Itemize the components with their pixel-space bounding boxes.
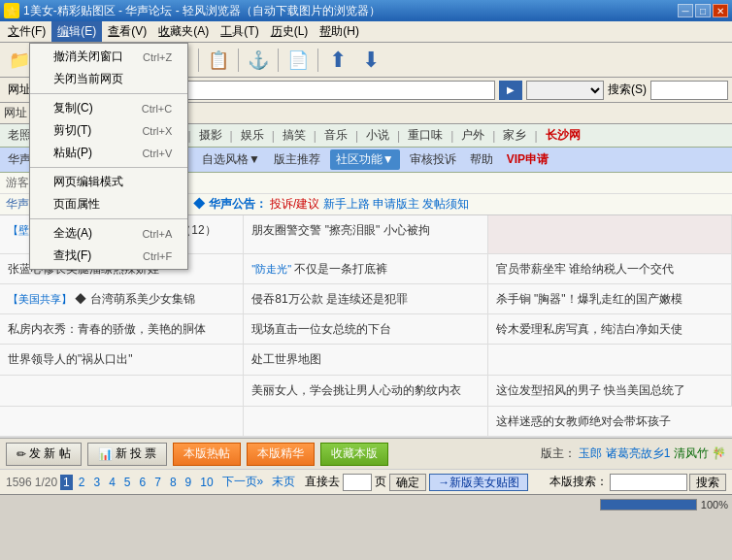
nav-music[interactable]: 音乐 [320, 125, 351, 146]
list-item[interactable]: 侵吞81万公款 是连续还是犯罪 [244, 284, 487, 314]
find-shortcut: Ctrl+F [143, 250, 172, 262]
menu-tools[interactable]: 工具(T) [215, 21, 264, 42]
list-item[interactable]: "防走光" 不仅是一条打底裤 [244, 254, 487, 284]
menu-cut[interactable]: 剪切(T) Ctrl+X [30, 119, 187, 142]
func-vip[interactable]: VIP申请 [503, 150, 552, 169]
list-item[interactable]: 【美国共享】 ◆ 台湾萌系美少女集锦 [0, 284, 244, 314]
file-icon[interactable]: 📄 [283, 46, 314, 75]
jump-page-input[interactable] [343, 474, 372, 491]
list-item[interactable]: 世界领导人的"祸从口出" [0, 345, 244, 376]
func-style[interactable]: 自选风格▼ [198, 150, 264, 169]
ann-complain[interactable]: 投诉/建议 [270, 197, 319, 211]
page-suffix: 页 [375, 474, 386, 490]
menu-undo-close[interactable]: 撤消关闭窗口 Ctrl+Z [30, 46, 187, 68]
nav-hometown[interactable]: 家乡 [499, 125, 530, 146]
menu-page-props[interactable]: 页面属性 [30, 193, 187, 215]
list-item[interactable]: 这位发型招风的男子 快当美国总统了 [488, 376, 732, 407]
page-8[interactable]: 8 [167, 475, 180, 490]
page-next[interactable]: 下一页» [219, 473, 267, 491]
nav-photo[interactable]: 摄影 [195, 125, 226, 146]
nav-changsha[interactable]: 长沙网 [542, 125, 584, 146]
page-7[interactable]: 7 [151, 475, 164, 490]
menu-copy[interactable]: 复制(C) Ctrl+C [30, 97, 187, 119]
search-input[interactable] [650, 81, 728, 100]
list-item[interactable]: 朋友圈警交警 "擦亮泪眼" 小心被拘 [244, 215, 487, 254]
list-item[interactable]: 现场直击一位女总统的下台 [244, 314, 487, 345]
collect-button[interactable]: 收藏本版 [320, 443, 388, 466]
menu-help[interactable]: 帮助(H) [314, 21, 365, 42]
bottom-search-input[interactable] [610, 474, 687, 491]
menu-close-tab[interactable]: 关闭当前网页 [30, 68, 187, 90]
bottom-search-button[interactable]: 搜索 [689, 474, 726, 491]
new-post-button[interactable]: ✏ 发 新 帖 [6, 443, 82, 466]
list-item[interactable]: 杀手锏 "胸器"！爆乳走红的国产嫩模 [488, 284, 732, 314]
find-label: 查找(F) [53, 247, 91, 264]
menu-paste[interactable]: 粘贴(P) Ctrl+V [30, 142, 187, 164]
copy-icon[interactable]: 📋 [203, 46, 234, 75]
page-10[interactable]: 10 [197, 475, 216, 490]
admin-label: 版主： [541, 446, 576, 460]
func-help[interactable]: 帮助 [466, 150, 497, 169]
close-button[interactable]: ✕ [713, 4, 728, 17]
page-6[interactable]: 6 [137, 475, 150, 490]
nav-entertainment[interactable]: 娱乐 [237, 125, 268, 146]
copy-label: 复制(C) [53, 100, 93, 116]
new-vote-button[interactable]: 📊 新 投 票 [87, 443, 168, 466]
down-arrow-btn[interactable]: ⬇ [355, 46, 386, 75]
menu-edit[interactable]: 编辑(E) [51, 21, 102, 42]
hot-posts-button[interactable]: 本版热帖 [173, 443, 241, 466]
ann-newuser[interactable]: 新手上路 [323, 197, 370, 211]
func-recommend[interactable]: 版主推荐 [270, 150, 324, 169]
page-confirm-button[interactable]: 确定 [389, 474, 426, 491]
list-item[interactable] [488, 215, 732, 254]
menu-edit-mode[interactable]: 网页编辑模式 [30, 171, 187, 193]
address-dropdown[interactable] [526, 81, 604, 100]
menu-select-all[interactable]: 全选(A) Ctrl+A [30, 222, 187, 245]
page-last[interactable]: 末页 [269, 473, 298, 491]
anchor-icon[interactable]: ⚓ [243, 46, 274, 75]
nav-heavy[interactable]: 重口味 [404, 125, 447, 146]
page-4[interactable]: 4 [106, 475, 118, 490]
elite-posts-button[interactable]: 本版精华 [247, 443, 315, 466]
admin-3[interactable]: 清风竹 [674, 446, 709, 460]
admin-2[interactable]: 诸葛亮故乡1 [606, 446, 671, 460]
nav-novel[interactable]: 小说 [362, 125, 393, 146]
nav-outdoor[interactable]: 户外 [457, 125, 488, 146]
menu-find[interactable]: 查找(F) Ctrl+F [30, 245, 187, 267]
bottom-bar: ✏ 发 新 帖 📊 新 投 票 本版热帖 本版精华 收藏本版 版主： 玉郎 诸葛… [0, 438, 732, 469]
list-item[interactable]: 私房内衣秀：青春的骄傲，美艳的胴体 [0, 314, 244, 345]
up-arrow-btn[interactable]: ⬆ [322, 46, 353, 75]
page-9[interactable]: 9 [183, 475, 195, 490]
progress-text: 100% [701, 499, 728, 511]
page-5[interactable]: 5 [121, 475, 134, 490]
list-item [0, 407, 244, 437]
page-1[interactable]: 1 [60, 475, 73, 490]
menu-history[interactable]: 历史(L) [265, 21, 315, 42]
post-title: 铃木爱理私房写真，纯洁白净如天使 [496, 322, 682, 336]
post-title: 杀手锏 "胸器"！爆乳走红的国产嫩模 [496, 292, 682, 306]
list-item [244, 407, 487, 437]
ann-label: ◆ 华声公告： [193, 197, 266, 211]
new-section-button[interactable]: →新版美女贴图 [429, 474, 528, 491]
func-community[interactable]: 社区功能▼ [330, 149, 400, 170]
menu-favorites[interactable]: 收藏夹(A) [152, 21, 215, 42]
menu-view[interactable]: 查看(V) [102, 21, 152, 42]
menu-file[interactable]: 文件(F) [2, 21, 51, 42]
page-info: 1/20 [35, 476, 57, 489]
func-report[interactable]: 审核投诉 [406, 150, 460, 169]
page-2[interactable]: 2 [76, 475, 88, 490]
ann-apply-admin[interactable]: 申请版主 [373, 197, 419, 211]
minimize-button[interactable]: ─ [678, 4, 693, 17]
list-item[interactable]: 这样迷惑的女教师绝对会带坏孩子 [488, 407, 732, 437]
admin-1[interactable]: 玉郎 [579, 446, 602, 460]
go-button[interactable] [499, 81, 522, 100]
list-item[interactable]: 美丽女人，学会挑让男人心动的豹纹内衣 [244, 376, 487, 407]
ann-rules[interactable]: 发帖须知 [422, 197, 469, 211]
maximize-button[interactable]: □ [695, 4, 711, 17]
page-3[interactable]: 3 [90, 475, 103, 490]
nav-funny[interactable]: 搞笑 [279, 125, 310, 146]
edit-mode-label: 网页编辑模式 [53, 174, 123, 190]
list-item[interactable]: 铃木爱理私房写真，纯洁白净如天使 [488, 314, 732, 345]
list-item[interactable]: 官员带薪坐牢 谁给纳税人一个交代 [488, 254, 732, 284]
list-item[interactable]: 处工世界地图 [244, 345, 487, 376]
